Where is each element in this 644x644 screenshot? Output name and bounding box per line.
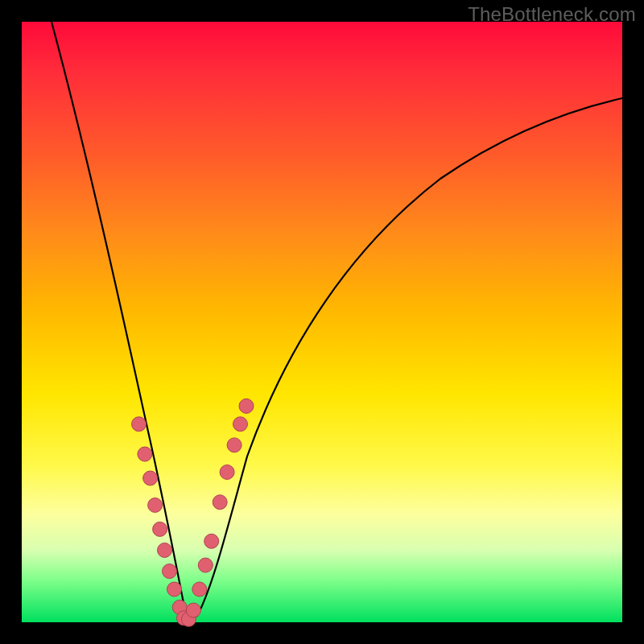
curve-marker [233,417,248,431]
curve-marker [167,582,182,597]
watermark-text: TheBottleneck.com [468,3,636,26]
bottleneck-curve [52,22,622,617]
curve-marker [192,582,207,597]
curve-marker [213,495,227,510]
curve-marker [198,558,213,572]
curve-marker [148,498,163,513]
curve-marker [239,398,254,413]
curve-marker [153,522,167,536]
marker-group [132,398,254,626]
curve-marker [204,534,219,548]
curve-marker [220,465,234,480]
curve-marker [143,471,158,485]
chart-overlay [22,22,622,622]
curve-marker [163,564,177,579]
curve-marker [132,417,147,431]
curve-marker [158,543,172,558]
curve-marker [227,438,242,452]
curve-marker [138,447,152,461]
curve-marker [186,603,200,617]
